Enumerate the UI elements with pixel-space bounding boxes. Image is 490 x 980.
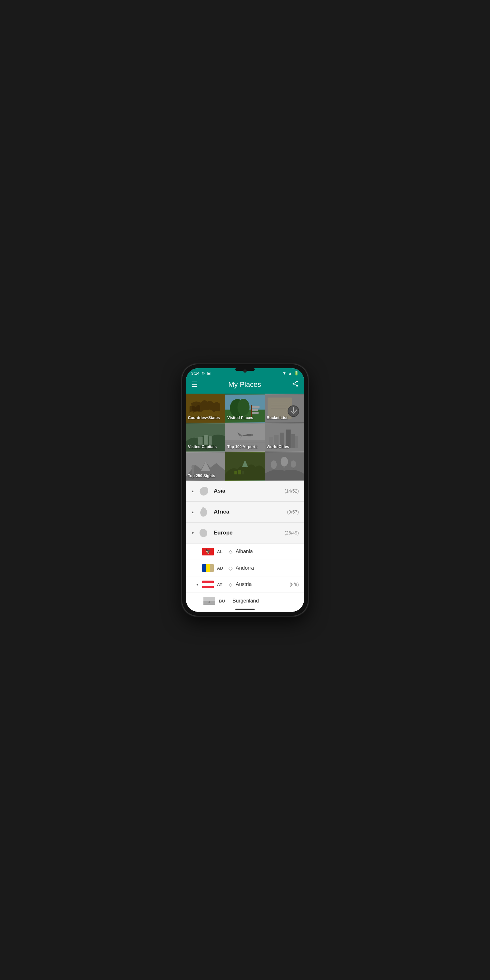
europe-name: Europe	[214, 530, 285, 536]
austria-name: Austria	[235, 582, 290, 587]
svg-rect-51	[202, 586, 214, 588]
africa-icon	[197, 506, 209, 518]
andorra-flag	[202, 564, 214, 572]
andorra-name: Andorra	[235, 565, 299, 571]
svg-text:▲: ▲	[208, 600, 210, 603]
categories-grid: Countries+States Vis	[186, 394, 304, 480]
wifi-icon: ▼	[282, 371, 286, 375]
grid-item-countries-states[interactable]: Countries+States	[186, 394, 225, 423]
menu-icon[interactable]: ☰	[191, 380, 197, 389]
austria-nav-icon: ◇	[229, 582, 232, 588]
country-row-albania[interactable]: 🦅 AL ◇ Albania	[186, 544, 304, 560]
austria-flag	[202, 581, 214, 588]
svg-rect-46	[202, 564, 206, 572]
asia-icon	[197, 485, 209, 497]
albania-flag: 🦅	[202, 548, 214, 555]
sim-status-icon: ▣	[207, 371, 210, 375]
continent-row-asia[interactable]: ▲ Asia (14/52)	[186, 480, 304, 502]
country-row-andorra[interactable]: AD ◇ Andorra	[186, 560, 304, 576]
austria-code: AT	[217, 582, 226, 587]
svg-point-38	[271, 460, 277, 469]
country-row-austria[interactable]: ▼ AT ◇ Austria (8/9)	[186, 576, 304, 593]
grid-label-top-250-sights: Top 250 Sights	[188, 474, 223, 478]
svg-point-42	[291, 460, 296, 468]
grid-item-balloons[interactable]	[265, 452, 304, 480]
svg-rect-17	[204, 435, 208, 445]
svg-rect-16	[198, 437, 203, 445]
austria-count: (8/9)	[290, 582, 299, 587]
status-left: 3:14 ⚙ ▣	[191, 371, 210, 375]
svg-rect-43	[293, 468, 294, 469]
albania-name: Albania	[235, 549, 299, 554]
burgenland-name: Burgenland	[232, 598, 299, 604]
phone-camera	[243, 369, 247, 373]
home-indicator-bar	[186, 607, 304, 612]
grid-bg-machu	[225, 452, 265, 480]
signal-icon: ▲	[288, 371, 292, 375]
grid-item-machu-picchu[interactable]	[225, 452, 265, 480]
grid-item-visited-places[interactable]: Visited Places	[225, 394, 265, 423]
europe-icon	[197, 527, 209, 539]
svg-rect-41	[283, 466, 285, 468]
phone-screen: 3:14 ⚙ ▣ ▼ ▲ 🔋 ☰ My Places	[186, 368, 304, 612]
europe-arrow: ▼	[191, 531, 194, 535]
svg-point-21	[251, 434, 253, 436]
page-title: My Places	[228, 380, 261, 389]
svg-rect-35	[238, 470, 241, 474]
grid-item-top-100-airports[interactable]: Top 100 Airports	[225, 423, 265, 452]
africa-arrow: ▲	[191, 510, 194, 514]
grid-label-top-100-airports: Top 100 Airports	[227, 445, 263, 449]
svg-rect-34	[234, 471, 237, 474]
austria-expand-arrow: ▼	[196, 583, 200, 586]
svg-text:🦅: 🦅	[205, 549, 211, 554]
grid-label-countries-states: Countries+States	[188, 415, 223, 420]
continent-row-europe[interactable]: ▼ Europe (26/49)	[186, 523, 304, 544]
settings-status-icon: ⚙	[202, 371, 205, 375]
svg-rect-7	[252, 409, 258, 411]
svg-point-4	[238, 399, 250, 416]
grid-bg-balloons	[265, 452, 304, 480]
grid-label-world-cities: World Cities	[267, 445, 302, 449]
burgenland-flag: ▲	[204, 597, 215, 605]
status-icons-right: ▼ ▲ 🔋	[282, 371, 299, 375]
grid-item-top-250-sights[interactable]: Top 250 Sights	[186, 452, 225, 480]
svg-rect-44	[202, 548, 214, 555]
svg-point-32	[191, 465, 194, 469]
svg-rect-47	[206, 564, 210, 572]
svg-rect-36	[242, 471, 245, 474]
svg-rect-18	[208, 436, 212, 445]
places-list: ▲ Asia (14/52) ▲ Africa (9/57)	[186, 480, 304, 607]
battery-icon: 🔋	[294, 371, 299, 375]
grid-item-visited-capitals[interactable]: Visited Capitals	[186, 423, 225, 452]
svg-rect-8	[252, 412, 259, 414]
andorra-nav-icon: ◇	[229, 565, 232, 571]
grid-item-bucket-list[interactable]: Bucket List	[265, 394, 304, 423]
top-bar: ☰ My Places	[186, 377, 304, 394]
home-indicator	[235, 609, 255, 610]
africa-count: (9/57)	[287, 509, 299, 514]
grid-label-visited-places: Visited Places	[227, 415, 263, 420]
asia-count: (14/52)	[285, 488, 299, 493]
svg-rect-48	[210, 564, 214, 572]
europe-count: (26/49)	[285, 530, 299, 535]
albania-code: AL	[217, 549, 226, 554]
share-icon[interactable]	[292, 380, 299, 389]
africa-name: Africa	[214, 509, 287, 515]
region-row-burgenland[interactable]: ▲ BU Burgenland	[186, 593, 304, 607]
svg-rect-49	[202, 581, 214, 583]
svg-rect-50	[202, 583, 214, 586]
svg-rect-39	[273, 469, 275, 470]
svg-rect-6	[252, 406, 259, 409]
svg-rect-22	[225, 442, 265, 442]
asia-arrow: ▲	[191, 489, 194, 493]
svg-point-40	[281, 457, 288, 466]
status-time: 3:14	[191, 371, 200, 375]
burgenland-code: BU	[219, 599, 229, 603]
andorra-code: AD	[217, 566, 226, 571]
grid-label-bucket-list: Bucket List	[267, 415, 302, 420]
grid-label-visited-capitals: Visited Capitals	[188, 445, 223, 449]
phone-frame: 3:14 ⚙ ▣ ▼ ▲ 🔋 ☰ My Places	[182, 364, 308, 616]
asia-name: Asia	[214, 488, 285, 494]
grid-item-world-cities[interactable]: World Cities	[265, 423, 304, 452]
continent-row-africa[interactable]: ▲ Africa (9/57)	[186, 502, 304, 523]
